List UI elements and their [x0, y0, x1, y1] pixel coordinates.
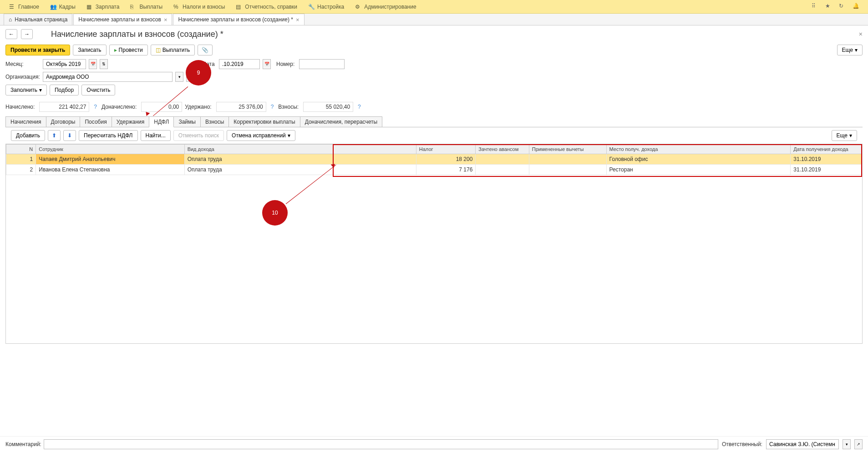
- calc-icon: ▦: [86, 4, 93, 10]
- post-icon: ▸: [114, 47, 117, 53]
- cell-date: 31.10.2019: [791, 165, 862, 175]
- number-label: Номер:: [276, 61, 296, 67]
- button-label: Выплатить: [162, 47, 190, 53]
- attach-button[interactable]: 📎: [198, 45, 213, 55]
- star-icon[interactable]: ★: [825, 3, 833, 11]
- month-calendar-button[interactable]: 📅: [89, 59, 97, 69]
- select-button[interactable]: Подбор: [50, 85, 79, 95]
- save-button[interactable]: Записать: [73, 45, 106, 55]
- ndfl-table[interactable]: N Сотрудник Вид дохода Налог Зачтено ава…: [6, 144, 862, 175]
- subtab-ndfl[interactable]: НДФЛ: [149, 116, 174, 127]
- org-input[interactable]: [43, 72, 173, 82]
- subtabs: Начисления Договоры Пособия Удержания НД…: [0, 116, 868, 127]
- tab-label: Начисление зарплаты и взносов (создание)…: [178, 16, 293, 23]
- recalc-button[interactable]: Пересчитать НДФЛ: [79, 130, 137, 141]
- clip-icon: 📎: [202, 47, 208, 53]
- button-label: Заполнить: [10, 87, 37, 93]
- col-tax[interactable]: Налог: [416, 145, 476, 154]
- subtab-benefits[interactable]: Пособия: [80, 116, 112, 127]
- button-label: Еще: [837, 132, 848, 139]
- col-n[interactable]: N: [6, 145, 36, 154]
- menu-main[interactable]: ☰ Главное: [4, 0, 45, 13]
- cancel-fix-button[interactable]: Отмена исправлений ▾: [227, 130, 295, 141]
- add-button[interactable]: Добавить: [11, 130, 45, 141]
- org-dropdown-button[interactable]: ▾: [175, 72, 183, 82]
- arrow-up-icon: ⬆: [52, 132, 56, 139]
- col-employee[interactable]: Сотрудник: [36, 145, 184, 154]
- move-up-button[interactable]: ⬆: [48, 130, 61, 141]
- page-title: Начисление зарплаты и взносов (создание)…: [51, 30, 223, 39]
- table-row[interactable]: 1 Чапаев Дмитрий Анатольевич Оплата труд…: [6, 154, 862, 165]
- col-deductions[interactable]: Примененные вычеты: [529, 145, 606, 154]
- page-header: ← → Начисление зарплаты и взносов (созда…: [0, 25, 868, 43]
- post-button[interactable]: ▸ Провести: [109, 45, 148, 55]
- menu-payments[interactable]: ⎘ Выплаты: [125, 0, 168, 13]
- menu-admin[interactable]: ⚙ Администрирование: [350, 0, 421, 13]
- subtab-extra[interactable]: Доначисления, перерасчеты: [300, 116, 382, 127]
- post-close-button[interactable]: Провести и закрыть: [5, 45, 70, 55]
- col-income-type[interactable]: Вид дохода: [184, 145, 416, 154]
- table-toolbar: Добавить ⬆ ⬇ Пересчитать НДФЛ Найти... О…: [5, 127, 863, 144]
- table-row[interactable]: 2 Иванова Елена Степановна Оплата труда …: [6, 165, 862, 175]
- subtab-withholdings[interactable]: Удержания: [112, 116, 150, 127]
- tab-label: Начисление зарплаты и взносов: [78, 16, 161, 23]
- subtab-loans[interactable]: Займы: [173, 116, 201, 127]
- col-date[interactable]: Дата получения дохода: [791, 145, 862, 154]
- chevron-down-icon: ▾: [855, 47, 858, 53]
- home-icon: ⌂: [9, 16, 12, 23]
- date-calendar-button[interactable]: 📅: [263, 59, 271, 69]
- contrib-value: 55 020,40: [303, 102, 353, 112]
- find-button[interactable]: Найти...: [141, 130, 171, 141]
- contrib-label: Взносы:: [278, 104, 299, 110]
- col-place[interactable]: Место получ. дохода: [606, 145, 791, 154]
- help-icon[interactable]: ?: [269, 104, 276, 110]
- tab-payroll-create[interactable]: Начисление зарплаты и взносов (создание)…: [173, 14, 304, 25]
- annotation-number: 10: [272, 210, 278, 216]
- help-icon[interactable]: ?: [356, 104, 363, 110]
- menu-reports[interactable]: ▤ Отчетность, справки: [230, 0, 303, 13]
- col-advance[interactable]: Зачтено авансом: [476, 145, 529, 154]
- table-more-button[interactable]: Еще ▾: [832, 130, 857, 141]
- subtab-contracts[interactable]: Договоры: [46, 116, 81, 127]
- close-icon[interactable]: ×: [296, 16, 299, 23]
- date-input[interactable]: [219, 59, 260, 69]
- page-close-button[interactable]: ×: [859, 30, 863, 38]
- right-toolbar: ⠿ ★ ↻ 🔔: [812, 3, 864, 11]
- chevron-down-icon: ▾: [39, 87, 42, 93]
- month-input[interactable]: [43, 59, 86, 69]
- pay-button[interactable]: ◫ Выплатить: [151, 45, 195, 55]
- totals-row: Начислено: 221 402,27 ? Доначислено: 0,0…: [0, 100, 868, 114]
- more-button[interactable]: Еще ▾: [837, 45, 863, 55]
- apps-icon[interactable]: ⠿: [812, 3, 820, 11]
- subtab-contributions[interactable]: Взносы: [200, 116, 229, 127]
- subtab-corrections[interactable]: Корректировки выплаты: [228, 116, 300, 127]
- clear-button[interactable]: Очистить: [81, 85, 115, 95]
- form-section: Месяц: 📅 ⇅ Дата 📅 Номер: Организация: ▾ …: [0, 57, 868, 100]
- org-label: Организация:: [5, 74, 40, 80]
- cell-date: 31.10.2019: [791, 154, 862, 165]
- bell-icon[interactable]: 🔔: [853, 3, 861, 11]
- menu-label: Выплаты: [139, 4, 162, 10]
- close-icon[interactable]: ×: [164, 16, 168, 23]
- menu-salary[interactable]: ▦ Зарплата: [81, 0, 125, 13]
- number-input[interactable]: [299, 59, 345, 69]
- tab-home[interactable]: ⌂ Начальная страница: [4, 14, 72, 25]
- menu-settings[interactable]: 🔧 Настройка: [303, 0, 350, 13]
- month-step-button[interactable]: ⇅: [100, 59, 108, 69]
- nav-back-button[interactable]: ←: [5, 29, 17, 39]
- menu-label: Администрирование: [364, 4, 416, 10]
- cancel-find-button: Отменить поиск: [173, 130, 224, 141]
- nav-forward-button[interactable]: →: [21, 29, 33, 39]
- help-icon[interactable]: ?: [92, 104, 99, 110]
- history-icon[interactable]: ↻: [839, 3, 847, 11]
- cell-tax: 18 200: [416, 154, 476, 165]
- menu-taxes[interactable]: % Налоги и взносы: [168, 0, 230, 13]
- cell-place: Ресторан: [606, 165, 791, 175]
- move-down-button[interactable]: ⬇: [63, 130, 76, 141]
- menu-label: Главное: [18, 4, 39, 10]
- subtab-accruals[interactable]: Начисления: [5, 116, 46, 127]
- annotation-circle-9: 9: [186, 60, 211, 85]
- fill-button[interactable]: Заполнить ▾: [5, 85, 47, 95]
- menu-hr[interactable]: 👥 Кадры: [45, 0, 81, 13]
- tab-payroll-list[interactable]: Начисление зарплаты и взносов ×: [73, 14, 172, 25]
